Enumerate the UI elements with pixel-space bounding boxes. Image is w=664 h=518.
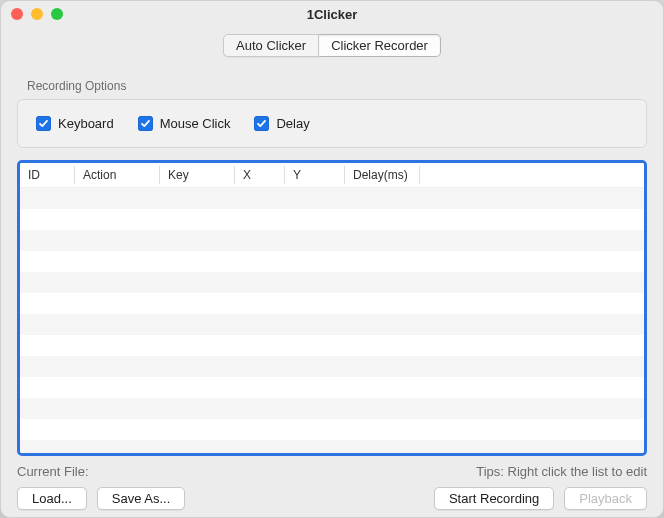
content: Recording Options Keyboard Mouse Click D…: [1, 57, 663, 456]
table-row[interactable]: [20, 230, 644, 251]
right-buttons: Start Recording Playback: [434, 487, 647, 510]
checkbox-checked-icon: [138, 116, 153, 131]
app-window: 1Clicker Auto Clicker Clicker Recorder R…: [0, 0, 664, 518]
table-row[interactable]: [20, 356, 644, 377]
load-button[interactable]: Load...: [17, 487, 87, 510]
col-delay[interactable]: Delay(ms): [345, 163, 420, 188]
checkbox-delay[interactable]: Delay: [254, 116, 309, 131]
zoom-icon[interactable]: [51, 8, 63, 20]
recording-options-label: Recording Options: [27, 79, 647, 93]
col-id[interactable]: ID: [20, 163, 75, 188]
checkbox-mouse-click[interactable]: Mouse Click: [138, 116, 231, 131]
col-action[interactable]: Action: [75, 163, 160, 188]
checkbox-label: Delay: [276, 116, 309, 131]
left-buttons: Load... Save As...: [17, 487, 185, 510]
checkbox-checked-icon: [36, 116, 51, 131]
table-body[interactable]: [20, 188, 644, 457]
footer: Current File: Tips: Right click the list…: [1, 456, 663, 479]
col-key[interactable]: Key: [160, 163, 235, 188]
table-row[interactable]: [20, 209, 644, 230]
recording-options-panel: Keyboard Mouse Click Delay: [17, 99, 647, 148]
table-row[interactable]: [20, 188, 644, 209]
table-row[interactable]: [20, 293, 644, 314]
close-icon[interactable]: [11, 8, 23, 20]
checkbox-label: Mouse Click: [160, 116, 231, 131]
tabbar: Auto Clicker Clicker Recorder: [1, 34, 663, 57]
col-x[interactable]: X: [235, 163, 285, 188]
window-controls: [11, 8, 63, 20]
tab-clicker-recorder[interactable]: Clicker Recorder: [319, 34, 441, 57]
minimize-icon[interactable]: [31, 8, 43, 20]
table-header: ID Action Key X Y Delay(ms): [20, 163, 644, 188]
table-row[interactable]: [20, 377, 644, 398]
table-row[interactable]: [20, 398, 644, 419]
playback-button: Playback: [564, 487, 647, 510]
start-recording-button[interactable]: Start Recording: [434, 487, 554, 510]
titlebar: 1Clicker: [1, 1, 663, 29]
save-as-button[interactable]: Save As...: [97, 487, 186, 510]
tips-label: Tips: Right click the list to edit: [476, 464, 647, 479]
table-row[interactable]: [20, 251, 644, 272]
tab-auto-clicker[interactable]: Auto Clicker: [223, 34, 319, 57]
buttons-row: Load... Save As... Start Recording Playb…: [1, 479, 663, 518]
actions-table[interactable]: ID Action Key X Y Delay(ms): [17, 160, 647, 456]
tab-segmented-control: Auto Clicker Clicker Recorder: [223, 34, 441, 57]
table-row[interactable]: [20, 314, 644, 335]
col-y[interactable]: Y: [285, 163, 345, 188]
window-title: 1Clicker: [307, 7, 358, 22]
col-spacer: [420, 163, 644, 188]
table-row[interactable]: [20, 440, 644, 457]
checkbox-keyboard[interactable]: Keyboard: [36, 116, 114, 131]
table-row[interactable]: [20, 335, 644, 356]
table-row[interactable]: [20, 272, 644, 293]
checkbox-checked-icon: [254, 116, 269, 131]
current-file-label: Current File:: [17, 464, 89, 479]
table-row[interactable]: [20, 419, 644, 440]
checkbox-label: Keyboard: [58, 116, 114, 131]
